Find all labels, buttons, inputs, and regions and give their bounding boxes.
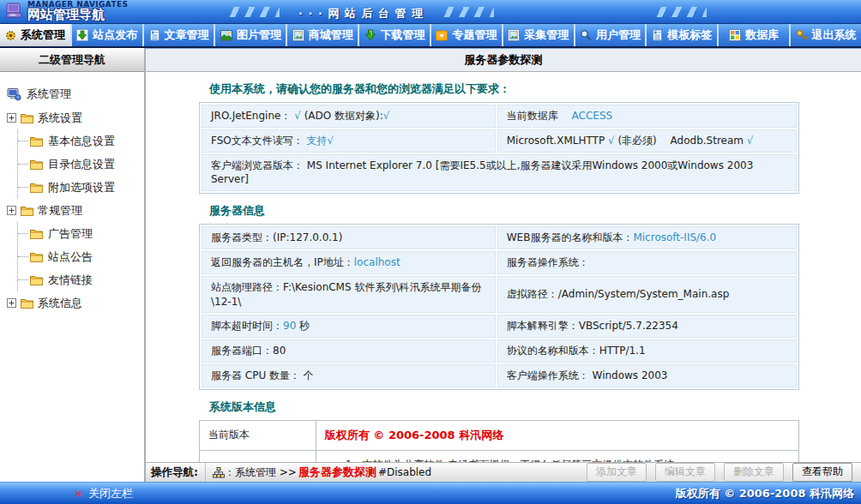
op-button-3: 删除文章 [724, 463, 784, 482]
main-panel: 服务器参数探测 使用本系统，请确认您的服务器和您的浏览器满足以下要求： JRO.… [146, 48, 861, 482]
shop-icon [292, 29, 304, 41]
nav-tab-1[interactable]: 系统管理 [0, 24, 72, 46]
body-row: 二级管理导航 系统管理系统设置基本信息设置目录信息设置附加选项设置常规管理广告管… [0, 48, 861, 482]
text-segment: 客户端操作系统： Windows 2003 [507, 369, 668, 381]
text-segment: ACCESS [572, 110, 613, 122]
text-segment: Microsoft.XMLHTTP [507, 135, 608, 147]
text-segment: 支持√ [307, 135, 334, 147]
nav-tab-11[interactable]: 数据库 [719, 24, 791, 46]
tree-group-2[interactable]: 常规管理 [7, 199, 144, 222]
folder-icon [21, 206, 33, 216]
nav-tab-label: 图片管理 [237, 27, 281, 43]
table-row: 当前版本版权所有 © 2006-2008 科汛网络 [200, 420, 799, 450]
logo-text: MANAGER NAVIGATES 网站管理导航 [27, 1, 128, 22]
nav-tab-7[interactable]: 专题管理 [431, 24, 503, 46]
table-cell: 服务器类型：(IP:127.0.0.1) [202, 226, 496, 249]
text-segment: √ [608, 135, 615, 147]
table-cell: Microsoft.XMLHTTP √ (非必须) Adodb.Stream √ [497, 129, 797, 153]
nav-tab-8[interactable]: 采集管理 [503, 24, 575, 46]
plus-box-icon [7, 298, 16, 308]
nav-tab-label: 用户管理 [596, 27, 641, 43]
table-row: 服务器 CPU 数量： 个客户端操作系统： Windows 2003 [202, 364, 797, 387]
top-header: MANAGER NAVIGATES 网站管理导航 · · · 网 站 后 台 管… [0, 0, 861, 24]
table-cell: 客户端浏览器版本： MS Internet Explorer 7.0 [需要IE… [202, 154, 797, 192]
nav-tab-label: 数据库 [745, 27, 779, 43]
nav-tab-9[interactable]: 用户管理 [575, 24, 647, 46]
nav-tab-label: 商城管理 [309, 27, 353, 43]
text-segment: 服务器端口：80 [211, 345, 286, 357]
template-icon [652, 29, 663, 41]
table-cell: 服务器端口：80 [202, 339, 496, 363]
nav-tab-10[interactable]: 模板标签 [647, 24, 719, 46]
table-cell: 服务器操作系统： [497, 251, 797, 274]
tree-item-label: 基本信息设置 [48, 134, 115, 149]
close-x-icon: × [74, 487, 83, 500]
tree-item-2-3[interactable]: 友情链接 [18, 268, 144, 291]
text-segment: 版权所有 © 2006-2008 科汛网络 [325, 429, 503, 441]
table-cell: 版权所有 © 2006-2008 科汛网络 [316, 420, 798, 450]
tree-item-2-1[interactable]: 广告管理 [18, 222, 144, 245]
table-cell: 返回服务器的主机名，IP地址：localhost [202, 251, 496, 274]
publish-icon [76, 29, 88, 41]
tree-root-item[interactable]: 系统管理 [7, 82, 144, 106]
tree-item-1-2[interactable]: 目录信息设置 [18, 153, 144, 176]
tree-group-3[interactable]: 系统信息 [7, 291, 144, 315]
close-left-pane-label: 关闭左栏 [88, 486, 133, 501]
tree-group-1[interactable]: 系统设置 [7, 106, 144, 129]
nav-tab-label: 系统管理 [21, 27, 65, 43]
text-segment: FSO文本文件读写： [211, 135, 307, 147]
folder-icon [30, 252, 43, 262]
op-buttons: 添加文章编辑文章删除文章查看帮助 [587, 463, 861, 482]
table-cell: 脚本解释引擎：VBScript/5.7.22354 [497, 315, 797, 338]
op-button-2: 编辑文章 [655, 463, 715, 482]
version-table: 当前版本版权所有 © 2006-2008 科汛网络版权声明1、本软件为共享软件,… [199, 420, 799, 462]
text-segment: 服务器 CPU 数量： 个 [211, 369, 314, 381]
text-segment: ：系统管理 >> [225, 465, 297, 480]
text-segment: √ [747, 135, 754, 147]
nav-tab-3[interactable]: 文章管理 [144, 24, 216, 46]
text-segment: 协议的名称和版本：HTTP/1.1 [507, 345, 646, 357]
table-row: 脚本超时时间：90 秒脚本解释引擎：VBScript/5.7.22354 [202, 315, 797, 338]
table-cell: 当前版本 [200, 420, 316, 450]
tree-item-label: 广告管理 [48, 226, 93, 242]
table-row: 返回服务器的主机名，IP地址：localhost服务器操作系统： [202, 251, 797, 274]
nav-tab-12[interactable]: 退出系统 [791, 24, 861, 46]
nav-tab-label: 退出系统 [812, 27, 857, 43]
text-segment: (ADO 数据对象): [301, 110, 383, 122]
requirements-table: JRO.JetEngine： √ (ADO 数据对象):√当前数据库 ACCES… [199, 102, 799, 194]
table-row: 服务器端口：80协议的名称和版本：HTTP/1.1 [202, 339, 797, 363]
nav-tab-6[interactable]: 下载管理 [359, 24, 431, 46]
table-cell: FSO文本文件读写： 支持√ [202, 129, 496, 153]
text-segment: localhost [354, 256, 400, 268]
nav-tab-2[interactable]: 站点发布 [72, 24, 144, 46]
close-left-pane-button[interactable]: × 关闭左栏 [74, 486, 133, 501]
table-cell: WEB服务器的名称和版本：Microsoft-IIS/6.0 [497, 226, 797, 249]
folder-icon [30, 136, 43, 147]
tree-group-label: 常规管理 [38, 203, 82, 219]
nav-tab-5[interactable]: 商城管理 [287, 24, 359, 46]
folder-icon [30, 183, 43, 193]
tree-item-1-3[interactable]: 附加选项设置 [18, 176, 144, 199]
text-segment: Microsoft-IIS/6.0 [633, 231, 716, 243]
table-row: JRO.JetEngine： √ (ADO 数据对象):√当前数据库 ACCES… [202, 105, 797, 128]
nav-tab-4[interactable]: 图片管理 [215, 24, 287, 46]
text-segment: 当前数据库 [507, 110, 572, 122]
section-title-requirements: 使用本系统，请确认您的服务器和您的浏览器满足以下要求： [209, 81, 799, 97]
logo: MANAGER NAVIGATES 网站管理导航 [3, 1, 128, 22]
table-cell: 服务器 CPU 数量： 个 [202, 364, 496, 387]
plus-box-icon [7, 206, 16, 215]
logo-line-cn: 网站管理导航 [27, 9, 128, 22]
tree-item-2-2[interactable]: 站点公告 [18, 245, 144, 268]
download-icon [364, 29, 376, 41]
content-inner: 使用本系统，请确认您的服务器和您的浏览器满足以下要求： JRO.JetEngin… [199, 81, 799, 462]
op-button-4[interactable]: 查看帮助 [792, 463, 852, 482]
text-segment: 脚本超时时间： [211, 320, 283, 332]
topic-icon [436, 30, 448, 41]
tree-item-1-1[interactable]: 基本信息设置 [18, 129, 144, 153]
table-cell: 当前数据库 ACCESS [497, 105, 797, 128]
text-segment: √ [383, 110, 390, 122]
text-segment: 脚本解释引擎：VBScript/5.7.22354 [507, 320, 678, 332]
folder-icon [21, 298, 33, 309]
tree-group-label: 系统信息 [38, 296, 82, 311]
gear-icon [5, 30, 16, 41]
